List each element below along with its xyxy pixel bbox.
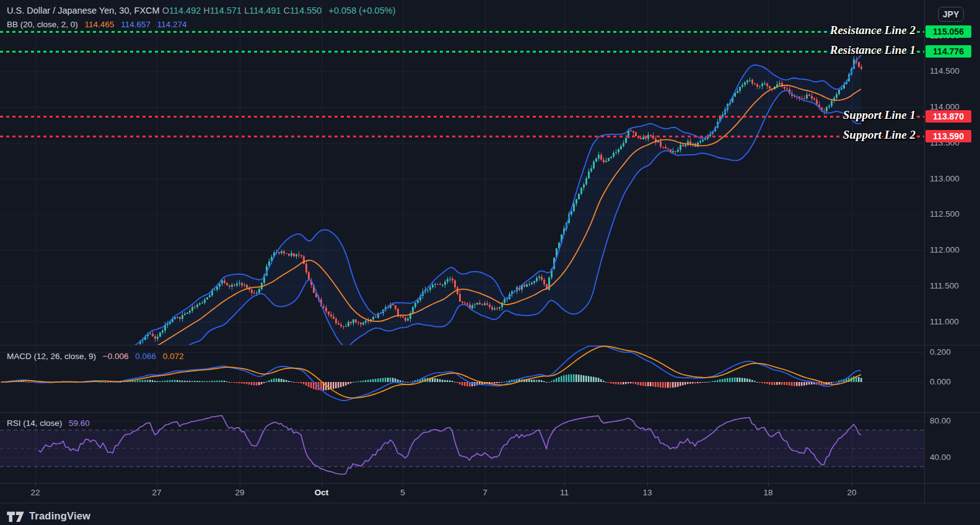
- time-tickmark: [647, 484, 648, 486]
- symbol-title[interactable]: U.S. Dollar / Japanese Yen, 30, FXCM: [7, 6, 160, 15]
- pane-separator-macd-rsi[interactable]: [0, 412, 980, 413]
- tradingview-logo[interactable]: TradingView: [6, 509, 90, 523]
- level-line-resistance-line-2[interactable]: [0, 31, 924, 33]
- tradingview-logo-icon: [6, 509, 25, 523]
- price-tick-113.000: 113.000: [930, 174, 960, 183]
- time-tickmark: [768, 484, 769, 486]
- time-label-7: 7: [483, 488, 488, 497]
- rsi-legend-label[interactable]: RSI (14, close): [7, 419, 62, 428]
- bb-legend-label[interactable]: BB (20, close, 2, 0): [7, 20, 78, 29]
- change-value: +0.058 (+0.05%): [328, 6, 395, 15]
- rsi-pane[interactable]: [0, 415, 924, 474]
- time-label-29: 29: [235, 488, 244, 497]
- rsi-value: 59.60: [69, 419, 90, 428]
- ohlc-key-O: O: [162, 6, 169, 15]
- ohlc-value-H: 114.571: [210, 6, 242, 15]
- macd-legend-label[interactable]: MACD (12, 26, close, 9): [7, 352, 96, 361]
- time-axis-bottom-border: [0, 503, 980, 503]
- ohlc-value-L: 114.491: [249, 6, 281, 15]
- level-line-support-line-2[interactable]: [0, 136, 924, 137]
- level-label-support-line-2[interactable]: Support Line 2: [843, 128, 916, 142]
- level-label-support-line-1[interactable]: Support Line 1: [843, 108, 916, 122]
- price-tick-112.000: 112.000: [930, 245, 960, 254]
- time-axis[interactable]: 222729Oct5711131820: [0, 484, 980, 503]
- time-tickmark: [322, 484, 322, 486]
- time-tickmark: [35, 484, 36, 486]
- time-label-22: 22: [30, 488, 40, 497]
- time-tickmark: [564, 484, 565, 486]
- bb-legend: BB (20, close, 2, 0) 114.465 114.657 114…: [7, 20, 187, 29]
- price-axis[interactable]: 115.000114.500114.000113.500113.000112.5…: [924, 0, 980, 503]
- rsi-tick-80.00: 80.00: [930, 416, 951, 425]
- pane-separator-rsi-timeaxis: [0, 483, 980, 484]
- macd-tick-0.000: 0.000: [930, 377, 951, 386]
- macd-line-value: 0.066: [135, 352, 156, 361]
- time-label-11: 11: [560, 488, 569, 497]
- pane-separator-main-macd[interactable]: [0, 345, 980, 345]
- macd-legend: MACD (12, 26, close, 9) −0.006 0.066 0.0…: [7, 352, 184, 361]
- price-badge-113.590: 113.590: [925, 130, 971, 142]
- rsi-legend: RSI (14, close) 59.60: [7, 419, 90, 428]
- currency-toggle-button[interactable]: JPY: [938, 7, 964, 22]
- main-pane[interactable]: [48, 55, 862, 365]
- time-tickmark: [485, 484, 486, 486]
- time-tickmark: [852, 484, 852, 486]
- level-label-resistance-line-1[interactable]: Resistance Line 1: [830, 43, 916, 57]
- ohlc-value-O: 114.492: [169, 6, 201, 15]
- ohlc-value-C: 114.550: [290, 6, 322, 15]
- time-tickmark: [403, 484, 403, 486]
- tradingview-chart-window: U.S. Dollar / Japanese Yen, 30, FXCM O11…: [0, 0, 980, 525]
- time-label-27: 27: [152, 488, 161, 497]
- level-label-resistance-line-2[interactable]: Resistance Line 2: [830, 24, 916, 37]
- price-badge-115.056: 115.056: [925, 25, 971, 38]
- symbol-legend: U.S. Dollar / Japanese Yen, 30, FXCM O11…: [7, 6, 395, 15]
- ohlc-key-C: C: [281, 6, 291, 15]
- time-label-20: 20: [847, 488, 856, 497]
- bb-lower-value: 114.274: [157, 20, 187, 29]
- ohlc-key-L: L: [242, 6, 249, 15]
- price-badge-113.870: 113.870: [925, 110, 971, 123]
- level-line-support-line-1[interactable]: [0, 116, 924, 118]
- tradingview-logo-text: TradingView: [29, 510, 90, 522]
- time-label-18: 18: [763, 488, 772, 497]
- level-line-resistance-line-1[interactable]: [0, 51, 924, 53]
- ohlc-values: O114.492 H114.571 L114.491 C114.550: [162, 6, 322, 15]
- price-tick-114.500: 114.500: [930, 66, 960, 76]
- price-tick-112.500: 112.500: [930, 209, 960, 219]
- price-badge-114.776: 114.776: [925, 45, 971, 58]
- time-label-5: 5: [400, 488, 405, 497]
- rsi-tick-40.00: 40.00: [930, 453, 951, 462]
- time-label-13: 13: [642, 488, 652, 497]
- price-chart-canvas[interactable]: [0, 0, 924, 503]
- bb-basis-value: 114.465: [85, 20, 115, 29]
- macd-tick-0.200: 0.200: [930, 347, 951, 357]
- time-tickmark: [240, 484, 240, 486]
- ohlc-key-H: H: [201, 6, 210, 15]
- time-label-Oct: Oct: [315, 488, 329, 497]
- price-tick-111.000: 111.000: [930, 317, 959, 326]
- macd-hist-value: −0.006: [103, 352, 129, 361]
- macd-signal-value: 0.072: [163, 352, 184, 361]
- time-tickmark: [157, 484, 157, 486]
- bb-upper-value: 114.657: [121, 20, 151, 29]
- price-tick-111.500: 111.500: [930, 281, 959, 290]
